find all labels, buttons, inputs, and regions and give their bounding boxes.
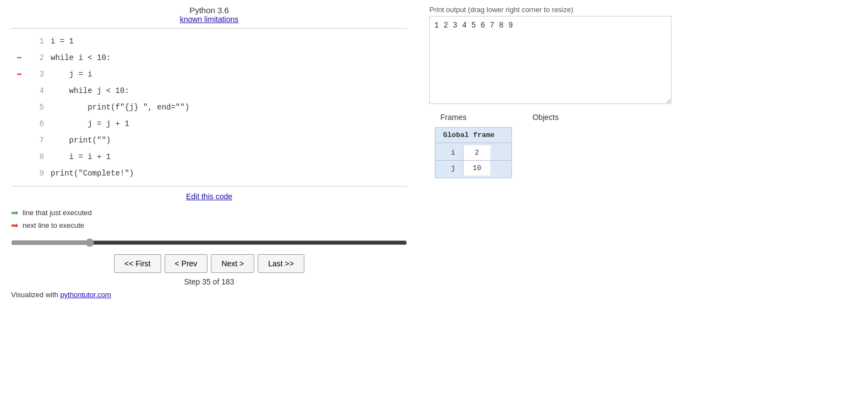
code-line: ➡9print("Complete!") bbox=[11, 165, 407, 182]
green-legend-item: ➡ line that just executed bbox=[11, 207, 407, 218]
code-line: ➡2while i < 10: bbox=[11, 50, 407, 66]
step-slider-container bbox=[11, 238, 407, 249]
line-code: print("") bbox=[51, 136, 111, 145]
frame-vars: i2j10 bbox=[435, 143, 511, 178]
line-number: 3 bbox=[28, 70, 44, 79]
var-name: j bbox=[435, 161, 463, 176]
frames-objects-header: Frames Objects bbox=[440, 113, 857, 122]
left-panel: Python 3.6 known limitations ➡1i = 1➡2wh… bbox=[11, 6, 407, 336]
line-code: print(f"{j} ", end="") bbox=[51, 103, 189, 112]
code-line: ➡7 print("") bbox=[11, 132, 407, 149]
footer: Visualized with pythontutor.com bbox=[11, 291, 407, 299]
print-output-box[interactable]: 1 2 3 4 5 6 7 8 9 bbox=[429, 16, 672, 104]
var-value: 2 bbox=[463, 145, 490, 160]
red-legend-item: ➡ next line to execute bbox=[11, 220, 407, 231]
green-arrow-legend-icon: ➡ bbox=[11, 207, 18, 218]
line-arrow-icon: ➡ bbox=[11, 36, 28, 47]
global-frame: Global frame i2j10 bbox=[435, 127, 512, 178]
print-output-label: Print output (drag lower right corner to… bbox=[429, 6, 857, 14]
line-arrow-icon: ➡ bbox=[11, 52, 28, 63]
pythontutor-link[interactable]: pythontutor.com bbox=[60, 291, 111, 299]
line-arrow-icon: ➡ bbox=[11, 118, 28, 129]
print-output-value: 1 2 3 4 5 6 7 8 9 bbox=[434, 21, 513, 30]
line-arrow-icon: ➡ bbox=[11, 151, 28, 162]
step-slider[interactable] bbox=[11, 238, 407, 247]
line-code: while j < 10: bbox=[51, 86, 129, 95]
line-number: 8 bbox=[28, 152, 44, 161]
code-line: ➡8 i = i + 1 bbox=[11, 149, 407, 165]
code-line: ➡6 j = j + 1 bbox=[11, 116, 407, 132]
line-number: 6 bbox=[28, 119, 44, 128]
line-code: j = j + 1 bbox=[51, 119, 129, 128]
line-number: 2 bbox=[28, 53, 44, 62]
code-line: ➡4 while j < 10: bbox=[11, 83, 407, 99]
line-number: 4 bbox=[28, 86, 44, 95]
step-counter: Step 35 of 183 bbox=[11, 277, 407, 286]
red-arrow-legend-icon: ➡ bbox=[11, 220, 18, 231]
code-lines-container: ➡1i = 1➡2while i < 10:➡3 j = i➡4 while j… bbox=[11, 33, 407, 182]
line-number: 5 bbox=[28, 103, 44, 112]
line-code: i = i + 1 bbox=[51, 152, 111, 161]
frame-var-row: j10 bbox=[435, 161, 511, 176]
line-arrow-icon: ➡ bbox=[11, 69, 28, 80]
first-button[interactable]: << First bbox=[114, 254, 161, 273]
footer-text: Visualized with bbox=[11, 291, 60, 299]
next-button[interactable]: Next > bbox=[211, 254, 254, 273]
line-code: while i < 10: bbox=[51, 53, 111, 62]
code-title-block: Python 3.6 known limitations bbox=[11, 6, 407, 24]
var-name: i bbox=[435, 145, 463, 160]
last-button[interactable]: Last >> bbox=[258, 254, 304, 273]
var-value: 10 bbox=[463, 161, 490, 176]
line-code: print("Complete!") bbox=[51, 169, 134, 178]
code-line: ➡3 j = i bbox=[11, 66, 407, 83]
frame-var-row: i2 bbox=[435, 145, 511, 161]
line-number: 9 bbox=[28, 169, 44, 178]
legend: ➡ line that just executed ➡ next line to… bbox=[11, 207, 407, 231]
code-line: ➡5 print(f"{j} ", end="") bbox=[11, 99, 407, 116]
line-arrow-icon: ➡ bbox=[11, 85, 28, 96]
line-arrow-icon: ➡ bbox=[11, 168, 28, 179]
python-version-label: Python 3.6 bbox=[189, 6, 229, 15]
objects-label: Objects bbox=[532, 113, 558, 122]
global-frame-title: Global frame bbox=[435, 128, 511, 143]
line-number: 7 bbox=[28, 136, 44, 145]
code-area: ➡1i = 1➡2while i < 10:➡3 j = i➡4 while j… bbox=[11, 28, 407, 187]
line-code: i = 1 bbox=[51, 37, 74, 46]
frames-label: Frames bbox=[440, 113, 466, 122]
prev-button[interactable]: < Prev bbox=[165, 254, 208, 273]
green-legend-label: line that just executed bbox=[23, 209, 92, 217]
red-legend-label: next line to execute bbox=[23, 221, 84, 229]
line-number: 1 bbox=[28, 37, 44, 46]
right-panel: Print output (drag lower right corner to… bbox=[429, 6, 857, 336]
known-limitations-link[interactable]: known limitations bbox=[11, 15, 407, 24]
edit-this-code-link[interactable]: Edit this code bbox=[186, 192, 232, 201]
line-arrow-icon: ➡ bbox=[11, 135, 28, 146]
line-code: j = i bbox=[51, 70, 92, 79]
code-line: ➡1i = 1 bbox=[11, 33, 407, 50]
line-arrow-icon: ➡ bbox=[11, 102, 28, 113]
nav-buttons: << First < Prev Next > Last >> bbox=[11, 254, 407, 273]
edit-link-container: Edit this code bbox=[11, 192, 407, 201]
